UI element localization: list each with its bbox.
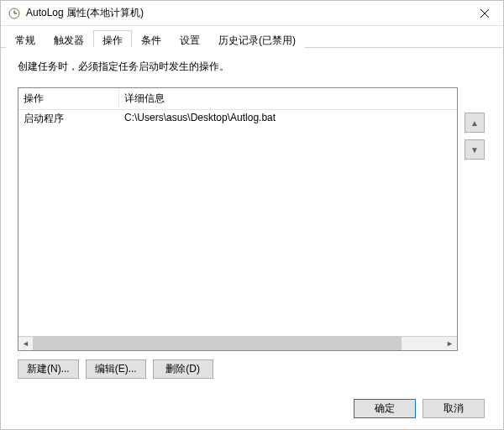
new-button[interactable]: 新建(N)...: [18, 359, 79, 379]
dialog-window: AutoLog 属性(本地计算机) 常规 触发器 操作 条件 设置 历史记录(已…: [0, 0, 504, 430]
table-area: 操作 详细信息 启动程序 C:\Users\asus\Desktop\Autlo…: [18, 87, 486, 351]
move-down-button[interactable]: ▼: [465, 139, 485, 160]
scroll-right-icon[interactable]: ►: [443, 337, 457, 351]
titlebar: AutoLog 属性(本地计算机): [1, 1, 503, 26]
close-button[interactable]: [465, 1, 503, 26]
scroll-track[interactable]: [33, 337, 443, 350]
header-details[interactable]: 详细信息: [119, 88, 457, 109]
edit-button[interactable]: 编辑(E)...: [86, 359, 146, 379]
tab-general[interactable]: 常规: [6, 30, 45, 48]
ok-button[interactable]: 确定: [354, 399, 416, 418]
action-buttons-row: 新建(N)... 编辑(E)... 删除(D): [18, 359, 486, 379]
cell-action: 启动程序: [18, 110, 119, 128]
chevron-up-icon: ▲: [470, 118, 479, 128]
cancel-button[interactable]: 取消: [423, 399, 485, 418]
cell-details: C:\Users\asus\Desktop\Autlog.bat: [119, 110, 457, 128]
tab-settings[interactable]: 设置: [171, 30, 209, 48]
reorder-buttons: ▲ ▼: [465, 87, 486, 351]
table-header: 操作 详细信息: [18, 88, 457, 110]
tab-actions[interactable]: 操作: [93, 30, 132, 48]
scroll-thumb[interactable]: [33, 337, 402, 350]
actions-table[interactable]: 操作 详细信息 启动程序 C:\Users\asus\Desktop\Autlo…: [18, 87, 458, 351]
delete-button[interactable]: 删除(D): [153, 359, 213, 379]
window-title: AutoLog 属性(本地计算机): [26, 6, 144, 20]
scroll-left-icon[interactable]: ◄: [18, 337, 33, 351]
tab-bar: 常规 触发器 操作 条件 设置 历史记录(已禁用): [1, 26, 503, 48]
dialog-footer: 确定 取消: [1, 392, 503, 429]
tab-history[interactable]: 历史记录(已禁用): [209, 30, 305, 48]
move-up-button[interactable]: ▲: [465, 113, 485, 133]
content-area: 创建任务时，必须指定任务启动时发生的操作。 操作 详细信息 启动程序 C:\Us…: [1, 48, 503, 392]
intro-text: 创建任务时，必须指定任务启动时发生的操作。: [18, 60, 486, 74]
table-row[interactable]: 启动程序 C:\Users\asus\Desktop\Autlog.bat: [18, 110, 457, 128]
close-icon: [480, 7, 489, 20]
header-action[interactable]: 操作: [18, 88, 119, 109]
chevron-down-icon: ▼: [470, 145, 479, 155]
table-body: 启动程序 C:\Users\asus\Desktop\Autlog.bat: [18, 110, 457, 336]
tab-conditions[interactable]: 条件: [132, 30, 171, 48]
h-scrollbar[interactable]: ◄ ►: [18, 336, 457, 350]
clock-icon: [8, 7, 21, 20]
tab-triggers[interactable]: 触发器: [45, 30, 93, 48]
